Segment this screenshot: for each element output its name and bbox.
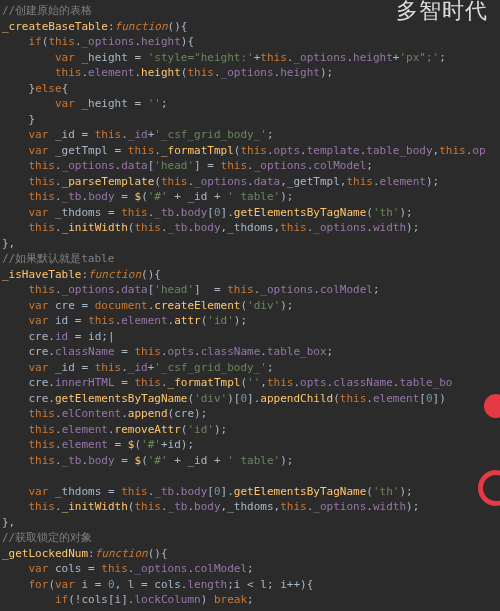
watermark-text: 多智时代 [396, 3, 488, 19]
text-cursor: | [108, 330, 115, 343]
code-editor-content: //创建原始的表格 _createBaseTable:function(){ i… [0, 0, 500, 611]
